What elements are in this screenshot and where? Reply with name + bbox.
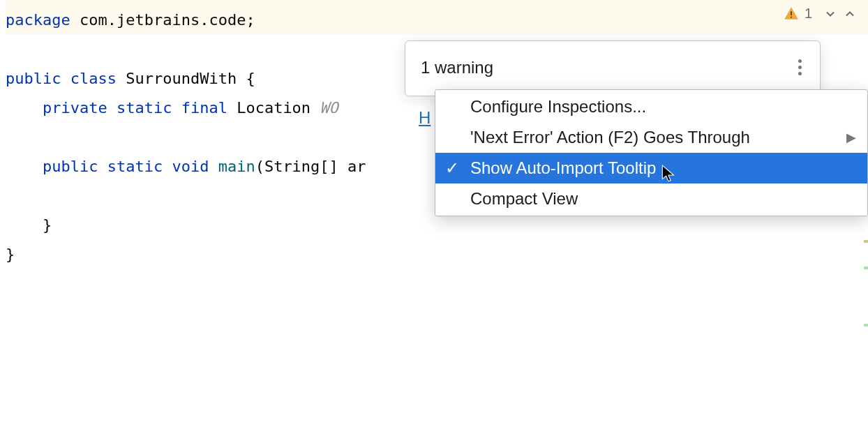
menu-item-label: Configure Inspections... [470, 97, 646, 117]
inspection-widget[interactable]: 1 [784, 6, 857, 22]
check-icon: ✓ [445, 158, 459, 178]
param-truncated: ar [347, 158, 366, 175]
menu-item-label: 'Next Error' Action (F2) Goes Through [470, 128, 750, 147]
gutter-ok-mark[interactable] [864, 324, 868, 327]
keyword-public: public [43, 158, 107, 175]
variable-truncated: WO [320, 99, 338, 117]
code-line-1: package com.jetbrains.code; [6, 0, 868, 35]
warning-popup: 1 warning [405, 40, 821, 96]
keyword-void: void [172, 158, 218, 175]
submenu-arrow-icon: ▶ [846, 130, 856, 145]
more-options-icon[interactable] [795, 57, 805, 78]
chevron-down-icon[interactable] [823, 7, 837, 21]
package-name: com.jetbrains.code; [70, 11, 255, 29]
keyword-static: static [107, 158, 172, 175]
svg-rect-0 [791, 11, 792, 15]
gutter-warning-mark[interactable] [864, 240, 868, 243]
warning-icon [784, 6, 799, 22]
keyword-static: static [117, 99, 181, 117]
highlight-link[interactable]: H [419, 108, 431, 128]
keyword-final: final [181, 99, 227, 117]
menu-next-error[interactable]: 'Next Error' Action (F2) Goes Through ▶ [435, 122, 867, 153]
svg-rect-1 [791, 16, 792, 17]
menu-item-label: Show Auto-Import Tooltip [470, 158, 656, 178]
menu-item-label: Compact View [470, 189, 578, 209]
warning-count: 1 [805, 6, 812, 22]
gutter-ok-mark[interactable] [864, 267, 868, 269]
class-name: SurroundWith { [117, 70, 255, 87]
keyword-package: package [6, 11, 70, 29]
code-line-9: } [6, 240, 868, 269]
method-name: main [218, 158, 255, 175]
keyword-class: class [70, 70, 117, 87]
menu-show-auto-import-tooltip[interactable]: ✓ Show Auto-Import Tooltip [435, 153, 867, 184]
menu-compact-view[interactable]: Compact View [435, 184, 867, 214]
chevron-up-icon[interactable] [843, 7, 857, 21]
context-menu: Configure Inspections... 'Next Error' Ac… [435, 89, 868, 216]
keyword-private: private [43, 99, 117, 117]
keyword-public: public [6, 70, 70, 87]
warning-popup-title: 1 warning [421, 58, 493, 77]
menu-configure-inspections[interactable]: Configure Inspections... [435, 91, 867, 122]
